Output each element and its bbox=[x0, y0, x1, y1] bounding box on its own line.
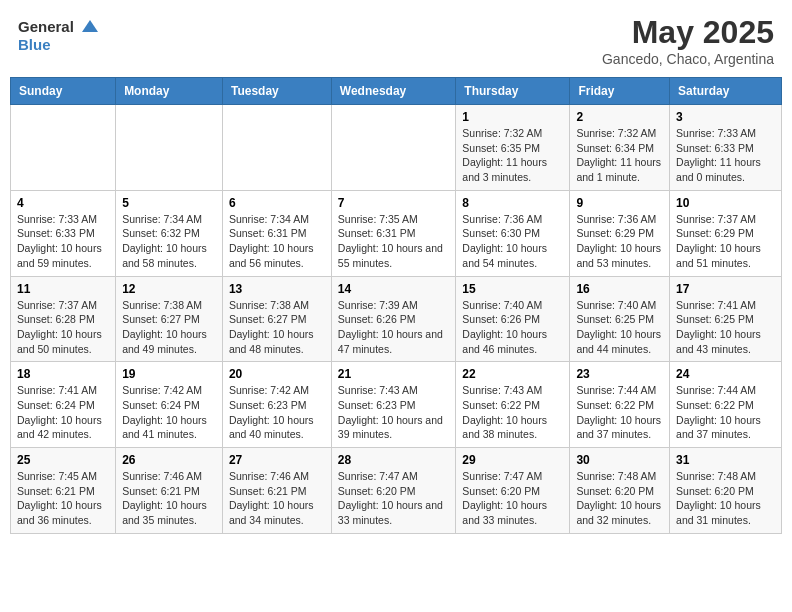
calendar-week-row: 25Sunrise: 7:45 AM Sunset: 6:21 PM Dayli… bbox=[11, 448, 782, 534]
day-info: Sunrise: 7:41 AM Sunset: 6:25 PM Dayligh… bbox=[676, 298, 775, 357]
table-row: 16Sunrise: 7:40 AM Sunset: 6:25 PM Dayli… bbox=[570, 276, 670, 362]
day-number: 20 bbox=[229, 367, 325, 381]
table-row: 29Sunrise: 7:47 AM Sunset: 6:20 PM Dayli… bbox=[456, 448, 570, 534]
table-row bbox=[222, 105, 331, 191]
day-number: 6 bbox=[229, 196, 325, 210]
calendar-week-row: 4Sunrise: 7:33 AM Sunset: 6:33 PM Daylig… bbox=[11, 190, 782, 276]
day-info: Sunrise: 7:46 AM Sunset: 6:21 PM Dayligh… bbox=[229, 469, 325, 528]
day-number: 22 bbox=[462, 367, 563, 381]
day-number: 19 bbox=[122, 367, 216, 381]
day-number: 13 bbox=[229, 282, 325, 296]
table-row: 5Sunrise: 7:34 AM Sunset: 6:32 PM Daylig… bbox=[116, 190, 223, 276]
day-number: 25 bbox=[17, 453, 109, 467]
header-monday: Monday bbox=[116, 78, 223, 105]
day-info: Sunrise: 7:40 AM Sunset: 6:25 PM Dayligh… bbox=[576, 298, 663, 357]
day-number: 27 bbox=[229, 453, 325, 467]
table-row: 24Sunrise: 7:44 AM Sunset: 6:22 PM Dayli… bbox=[670, 362, 782, 448]
table-row: 25Sunrise: 7:45 AM Sunset: 6:21 PM Dayli… bbox=[11, 448, 116, 534]
title-area: May 2025 Gancedo, Chaco, Argentina bbox=[602, 14, 774, 67]
table-row: 31Sunrise: 7:48 AM Sunset: 6:20 PM Dayli… bbox=[670, 448, 782, 534]
day-number: 21 bbox=[338, 367, 450, 381]
table-row: 23Sunrise: 7:44 AM Sunset: 6:22 PM Dayli… bbox=[570, 362, 670, 448]
day-number: 15 bbox=[462, 282, 563, 296]
day-info: Sunrise: 7:36 AM Sunset: 6:29 PM Dayligh… bbox=[576, 212, 663, 271]
header-thursday: Thursday bbox=[456, 78, 570, 105]
day-info: Sunrise: 7:36 AM Sunset: 6:30 PM Dayligh… bbox=[462, 212, 563, 271]
table-row: 7Sunrise: 7:35 AM Sunset: 6:31 PM Daylig… bbox=[331, 190, 456, 276]
svg-marker-1 bbox=[82, 20, 98, 32]
table-row: 9Sunrise: 7:36 AM Sunset: 6:29 PM Daylig… bbox=[570, 190, 670, 276]
table-row bbox=[11, 105, 116, 191]
table-row: 10Sunrise: 7:37 AM Sunset: 6:29 PM Dayli… bbox=[670, 190, 782, 276]
table-row: 15Sunrise: 7:40 AM Sunset: 6:26 PM Dayli… bbox=[456, 276, 570, 362]
svg-text:General: General bbox=[18, 18, 74, 35]
calendar-week-row: 18Sunrise: 7:41 AM Sunset: 6:24 PM Dayli… bbox=[11, 362, 782, 448]
day-number: 26 bbox=[122, 453, 216, 467]
calendar-subtitle: Gancedo, Chaco, Argentina bbox=[602, 51, 774, 67]
day-info: Sunrise: 7:45 AM Sunset: 6:21 PM Dayligh… bbox=[17, 469, 109, 528]
day-info: Sunrise: 7:38 AM Sunset: 6:27 PM Dayligh… bbox=[122, 298, 216, 357]
day-info: Sunrise: 7:33 AM Sunset: 6:33 PM Dayligh… bbox=[676, 126, 775, 185]
table-row bbox=[331, 105, 456, 191]
day-number: 7 bbox=[338, 196, 450, 210]
day-number: 8 bbox=[462, 196, 563, 210]
day-info: Sunrise: 7:32 AM Sunset: 6:34 PM Dayligh… bbox=[576, 126, 663, 185]
day-info: Sunrise: 7:37 AM Sunset: 6:28 PM Dayligh… bbox=[17, 298, 109, 357]
day-number: 14 bbox=[338, 282, 450, 296]
header-saturday: Saturday bbox=[670, 78, 782, 105]
day-number: 23 bbox=[576, 367, 663, 381]
day-info: Sunrise: 7:32 AM Sunset: 6:35 PM Dayligh… bbox=[462, 126, 563, 185]
day-info: Sunrise: 7:48 AM Sunset: 6:20 PM Dayligh… bbox=[576, 469, 663, 528]
header-tuesday: Tuesday bbox=[222, 78, 331, 105]
day-info: Sunrise: 7:34 AM Sunset: 6:31 PM Dayligh… bbox=[229, 212, 325, 271]
day-info: Sunrise: 7:38 AM Sunset: 6:27 PM Dayligh… bbox=[229, 298, 325, 357]
svg-text:Blue: Blue bbox=[18, 36, 51, 53]
day-number: 5 bbox=[122, 196, 216, 210]
day-info: Sunrise: 7:40 AM Sunset: 6:26 PM Dayligh… bbox=[462, 298, 563, 357]
day-number: 2 bbox=[576, 110, 663, 124]
header-friday: Friday bbox=[570, 78, 670, 105]
day-number: 30 bbox=[576, 453, 663, 467]
header-area: General Blue May 2025 Gancedo, Chaco, Ar… bbox=[10, 10, 782, 71]
day-info: Sunrise: 7:48 AM Sunset: 6:20 PM Dayligh… bbox=[676, 469, 775, 528]
day-number: 9 bbox=[576, 196, 663, 210]
day-info: Sunrise: 7:42 AM Sunset: 6:24 PM Dayligh… bbox=[122, 383, 216, 442]
calendar-title: May 2025 bbox=[602, 14, 774, 51]
header-sunday: Sunday bbox=[11, 78, 116, 105]
day-info: Sunrise: 7:37 AM Sunset: 6:29 PM Dayligh… bbox=[676, 212, 775, 271]
day-info: Sunrise: 7:46 AM Sunset: 6:21 PM Dayligh… bbox=[122, 469, 216, 528]
table-row: 14Sunrise: 7:39 AM Sunset: 6:26 PM Dayli… bbox=[331, 276, 456, 362]
table-row: 1Sunrise: 7:32 AM Sunset: 6:35 PM Daylig… bbox=[456, 105, 570, 191]
calendar-table: Sunday Monday Tuesday Wednesday Thursday… bbox=[10, 77, 782, 534]
day-number: 3 bbox=[676, 110, 775, 124]
table-row: 2Sunrise: 7:32 AM Sunset: 6:34 PM Daylig… bbox=[570, 105, 670, 191]
day-number: 12 bbox=[122, 282, 216, 296]
day-number: 24 bbox=[676, 367, 775, 381]
table-row: 8Sunrise: 7:36 AM Sunset: 6:30 PM Daylig… bbox=[456, 190, 570, 276]
day-info: Sunrise: 7:44 AM Sunset: 6:22 PM Dayligh… bbox=[576, 383, 663, 442]
day-number: 11 bbox=[17, 282, 109, 296]
table-row: 6Sunrise: 7:34 AM Sunset: 6:31 PM Daylig… bbox=[222, 190, 331, 276]
table-row: 4Sunrise: 7:33 AM Sunset: 6:33 PM Daylig… bbox=[11, 190, 116, 276]
calendar-week-row: 1Sunrise: 7:32 AM Sunset: 6:35 PM Daylig… bbox=[11, 105, 782, 191]
calendar-week-row: 11Sunrise: 7:37 AM Sunset: 6:28 PM Dayli… bbox=[11, 276, 782, 362]
day-number: 17 bbox=[676, 282, 775, 296]
day-number: 4 bbox=[17, 196, 109, 210]
day-number: 16 bbox=[576, 282, 663, 296]
day-number: 29 bbox=[462, 453, 563, 467]
table-row: 13Sunrise: 7:38 AM Sunset: 6:27 PM Dayli… bbox=[222, 276, 331, 362]
day-number: 28 bbox=[338, 453, 450, 467]
table-row: 21Sunrise: 7:43 AM Sunset: 6:23 PM Dayli… bbox=[331, 362, 456, 448]
table-row: 3Sunrise: 7:33 AM Sunset: 6:33 PM Daylig… bbox=[670, 105, 782, 191]
day-number: 1 bbox=[462, 110, 563, 124]
table-row: 28Sunrise: 7:47 AM Sunset: 6:20 PM Dayli… bbox=[331, 448, 456, 534]
day-info: Sunrise: 7:47 AM Sunset: 6:20 PM Dayligh… bbox=[462, 469, 563, 528]
table-row: 18Sunrise: 7:41 AM Sunset: 6:24 PM Dayli… bbox=[11, 362, 116, 448]
table-row bbox=[116, 105, 223, 191]
day-number: 31 bbox=[676, 453, 775, 467]
day-number: 10 bbox=[676, 196, 775, 210]
day-number: 18 bbox=[17, 367, 109, 381]
day-info: Sunrise: 7:44 AM Sunset: 6:22 PM Dayligh… bbox=[676, 383, 775, 442]
day-info: Sunrise: 7:33 AM Sunset: 6:33 PM Dayligh… bbox=[17, 212, 109, 271]
day-info: Sunrise: 7:42 AM Sunset: 6:23 PM Dayligh… bbox=[229, 383, 325, 442]
